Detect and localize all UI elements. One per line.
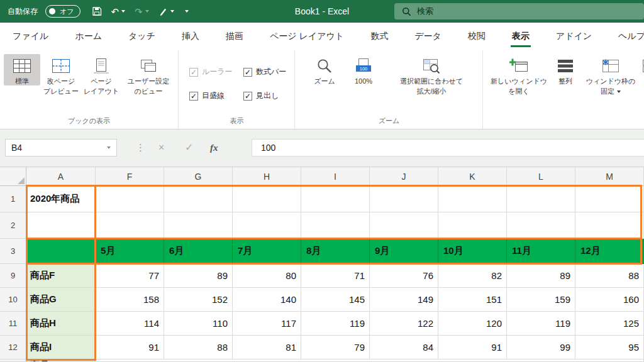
cell-product-label-partial[interactable]: 商品J (26, 359, 96, 362)
page-break-preview-button[interactable]: 改ページ プレビュー (42, 54, 80, 96)
cell-value[interactable]: 88 (575, 264, 644, 288)
row-header-10[interactable]: 10 (0, 288, 26, 312)
cell-value[interactable]: 79 (301, 336, 370, 359)
cell-value[interactable]: 80 (233, 264, 301, 288)
cell-value[interactable]: 89 (507, 264, 575, 288)
cell[interactable] (96, 212, 164, 239)
cell-month[interactable]: 11月 (507, 239, 575, 264)
ink-button[interactable] (158, 7, 174, 16)
tab-view[interactable]: 表示 (511, 23, 531, 50)
cell[interactable] (507, 186, 575, 212)
cell-value[interactable]: 122 (370, 312, 438, 336)
cell-value[interactable]: 117 (233, 312, 301, 336)
new-window-button[interactable]: 新しいウィンドウ を開く (489, 54, 549, 96)
checkbox-gridlines[interactable]: 目盛線 (189, 90, 225, 101)
cell-value[interactable]: 119 (507, 312, 575, 336)
cell-value[interactable]: 119 (301, 312, 370, 336)
row-header-9[interactable]: 9 (0, 264, 26, 288)
column-header-K[interactable]: K (438, 167, 507, 186)
cell-product-label[interactable]: 商品I (26, 336, 96, 359)
zoom-100-button[interactable]: 100 100% (347, 54, 380, 85)
arrange-all-button[interactable]: 整列 (552, 54, 579, 85)
freeze-panes-button[interactable]: ウィンドウ枠の 固定 (582, 54, 640, 96)
page-layout-view-button[interactable]: ページ レイアウト (83, 54, 119, 96)
row-header-12[interactable]: 12 (0, 336, 26, 359)
tab-page-layout[interactable]: ページ レイアウト (269, 23, 345, 50)
cell[interactable] (575, 186, 644, 212)
cell-month[interactable]: 6月 (164, 239, 233, 264)
tab-home[interactable]: ホーム (74, 23, 103, 50)
cell-month-blank[interactable] (26, 239, 96, 264)
cell[interactable] (507, 212, 575, 239)
enter-button[interactable]: ✓ (185, 141, 193, 154)
row-header-13-partial[interactable] (0, 359, 26, 362)
tab-formulas[interactable]: 数式 (369, 23, 389, 50)
cell-value[interactable]: 120 (438, 312, 507, 336)
cell-value[interactable]: 160 (575, 288, 644, 312)
cell-A1-title[interactable]: 2020年商品 (26, 186, 96, 212)
custom-views-button[interactable]: ユーザー設定 のビュー (122, 54, 175, 96)
column-header-F[interactable]: F (96, 167, 164, 186)
cell[interactable] (233, 212, 301, 239)
checkbox-headings[interactable]: 見出し (243, 90, 279, 101)
row-header-1[interactable]: 1 (0, 186, 26, 212)
column-header-M[interactable]: M (575, 167, 644, 186)
column-header-L[interactable]: L (507, 167, 575, 186)
cell-value[interactable]: 84 (370, 336, 438, 359)
cell-value[interactable]: 159 (507, 288, 575, 312)
cell-value[interactable]: 81 (233, 336, 301, 359)
row-header-2[interactable]: 2 (0, 212, 26, 239)
cell-month[interactable]: 9月 (370, 239, 438, 264)
redo-button[interactable]: ↷ (135, 7, 149, 16)
cell[interactable] (370, 186, 438, 212)
zoom-to-selection-button[interactable]: 選択範囲に合わせて 拡大/縮小 (384, 54, 479, 96)
cell-value[interactable]: 77 (96, 264, 164, 288)
cell-value[interactable]: 110 (164, 312, 233, 336)
cell[interactable] (233, 186, 301, 212)
tab-touch[interactable]: タッチ (127, 23, 157, 50)
cancel-button[interactable]: × (158, 141, 164, 154)
cell-partial[interactable] (96, 359, 644, 362)
cell-value[interactable]: 82 (438, 264, 507, 288)
cell[interactable] (164, 186, 233, 212)
cell-value[interactable]: 91 (438, 336, 507, 359)
customize-qat-button[interactable] (184, 10, 189, 13)
normal-view-button[interactable]: 標準 (4, 54, 40, 85)
cell[interactable] (438, 212, 507, 239)
cell-value[interactable]: 151 (438, 288, 507, 312)
formula-input[interactable]: 100 (252, 139, 644, 156)
cell[interactable] (301, 186, 370, 212)
checkbox-ruler[interactable]: ルーラー (189, 67, 233, 77)
row-header-11[interactable]: 11 (0, 312, 26, 336)
tab-draw[interactable]: 描画 (225, 23, 245, 50)
cell[interactable] (164, 212, 233, 239)
cell-product-label[interactable]: 商品F (26, 264, 96, 288)
cell-value[interactable]: 99 (507, 336, 575, 359)
cell-value[interactable]: 91 (96, 336, 164, 359)
tab-review[interactable]: 校閲 (467, 23, 487, 50)
cell-value[interactable]: 114 (96, 312, 164, 336)
cell-value[interactable]: 145 (301, 288, 370, 312)
column-header-J[interactable]: J (370, 167, 438, 186)
cell[interactable] (438, 186, 507, 212)
cell-value[interactable]: 71 (301, 264, 370, 288)
cell-value[interactable]: 89 (164, 264, 233, 288)
name-box[interactable]: B4 (5, 139, 117, 156)
tab-addins[interactable]: アドイン (555, 23, 593, 50)
cell-value[interactable]: 158 (96, 288, 164, 312)
cell-value[interactable]: 125 (575, 312, 644, 336)
cell-product-label[interactable]: 商品H (26, 312, 96, 336)
search-input[interactable]: 検索 (394, 3, 644, 19)
tab-file[interactable]: ファイル (11, 23, 50, 50)
cell-month[interactable]: 5月 (96, 239, 164, 264)
tab-insert[interactable]: 挿入 (180, 23, 201, 50)
cell-value[interactable]: 140 (233, 288, 301, 312)
insert-function-button[interactable]: fx (210, 141, 218, 154)
cell[interactable] (301, 212, 370, 239)
cell-value[interactable]: 149 (370, 288, 438, 312)
cell[interactable] (575, 212, 644, 239)
save-button[interactable] (92, 6, 102, 16)
zoom-button[interactable]: ズーム (307, 54, 342, 85)
cell[interactable] (26, 212, 96, 239)
cell-value[interactable]: 88 (164, 336, 233, 359)
